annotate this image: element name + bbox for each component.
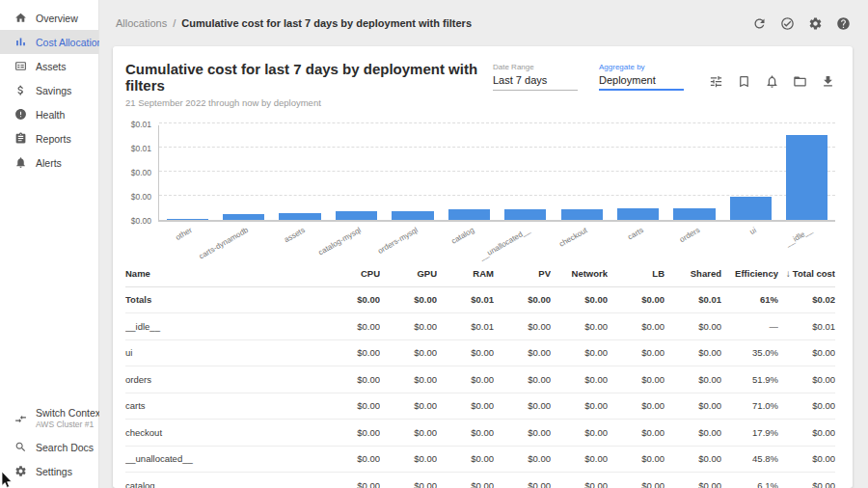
table-row-ui[interactable]: ui$0.00$0.00$0.00$0.00$0.00$0.00$0.0035.…	[125, 340, 835, 367]
sidebar-item-overview[interactable]: Overview	[0, 6, 98, 30]
x-label-slot: ui	[722, 222, 779, 257]
sidebar-item-assets[interactable]: Assets	[0, 54, 98, 78]
help-icon-button[interactable]	[836, 16, 851, 31]
sidebar-item-search-docs[interactable]: Search Docs	[0, 435, 98, 459]
bar-unallocated[interactable]	[504, 209, 546, 220]
x-label-slot: carts	[610, 222, 666, 257]
table-row-checkout[interactable]: checkout$0.00$0.00$0.00$0.00$0.00$0.00$0…	[125, 420, 835, 447]
breadcrumb: Allocations / Cumulative cost for last 7…	[116, 17, 472, 29]
table-row-totals[interactable]: Totals$0.00$0.00$0.01$0.00$0.00$0.00$0.0…	[125, 287, 835, 314]
bar-carts[interactable]	[617, 208, 659, 220]
sidebar-item-health[interactable]: Health	[0, 102, 98, 126]
column-header-lb[interactable]: LB	[608, 268, 665, 279]
refresh-icon-button[interactable]	[752, 16, 767, 31]
cell-network: $0.00	[551, 427, 608, 438]
row-name: catalog	[125, 480, 323, 488]
column-header-label: Efficiency	[735, 268, 778, 279]
check-circle-icon	[780, 16, 795, 31]
bookmark-icon-button[interactable]	[737, 74, 751, 89]
breadcrumb-separator: /	[173, 17, 176, 29]
cell-pv: $0.00	[494, 427, 551, 438]
bar-assets[interactable]	[279, 213, 320, 220]
aggregate-by-select[interactable]: Aggregate by Deployment	[599, 63, 684, 91]
settings-icon-button[interactable]	[808, 16, 823, 31]
column-header-shared[interactable]: Shared	[665, 268, 721, 279]
table-row-catalog[interactable]: catalog$0.00$0.00$0.00$0.00$0.00$0.00$0.…	[125, 473, 835, 488]
cell-ram: $0.00	[437, 347, 494, 358]
bar-orders[interactable]	[673, 208, 715, 220]
date-range-select[interactable]: Date Range Last 7 days	[493, 63, 578, 91]
cell-ram: $0.01	[437, 321, 494, 332]
cell-pv: $0.00	[494, 400, 551, 411]
bar-catalog[interactable]	[448, 209, 490, 220]
bar-idle[interactable]	[786, 135, 827, 220]
cell-cpu: $0.00	[323, 321, 380, 332]
sidebar-item-settings[interactable]: Settings	[0, 459, 98, 483]
cell-ram: $0.00	[437, 374, 494, 385]
bar-other[interactable]	[167, 219, 208, 220]
gridline	[159, 122, 835, 123]
x-tick-label: ui	[748, 226, 758, 236]
row-name: __idle__	[125, 321, 323, 332]
sidebar-item-label: Assets	[36, 61, 67, 72]
cell-total-cost: $0.00	[778, 427, 835, 438]
bar-slot-catalog	[441, 125, 497, 220]
cell-network: $0.00	[551, 453, 608, 464]
cell-shared: $0.00	[665, 321, 721, 332]
cell-network: $0.00	[551, 294, 608, 305]
cell-efficiency: 17.9%	[721, 427, 778, 438]
column-header-gpu[interactable]: GPU	[380, 268, 437, 279]
report-card: Cumulative cost for last 7 days by deplo…	[113, 46, 853, 488]
y-tick-label: $0.00	[131, 216, 151, 226]
bar-slot-orders	[666, 125, 722, 220]
sidebar-item-cost-allocation[interactable]: Cost Allocation	[0, 30, 98, 54]
bell-icon-button[interactable]	[765, 74, 779, 89]
bar-checkout[interactable]	[561, 209, 603, 220]
table-row-unallocated[interactable]: __unallocated__$0.00$0.00$0.00$0.00$0.00…	[125, 447, 835, 474]
column-header-ram[interactable]: RAM	[437, 268, 494, 279]
cell-efficiency: 45.8%	[721, 453, 778, 464]
sidebar-item-switch-context[interactable]: Switch ContextAWS Cluster #1	[0, 402, 98, 435]
column-header-efficiency[interactable]: Efficiency	[721, 268, 778, 279]
cell-cpu: $0.00	[323, 427, 380, 438]
table-row-orders[interactable]: orders$0.00$0.00$0.00$0.00$0.00$0.00$0.0…	[125, 366, 835, 393]
x-label-slot: catalog-mysql	[328, 222, 385, 257]
sidebar-item-savings[interactable]: Savings	[0, 78, 98, 102]
cell-cpu: $0.00	[323, 453, 380, 464]
check-circle-icon-button[interactable]	[780, 16, 795, 31]
bar-ui[interactable]	[730, 197, 772, 220]
table-row-idle[interactable]: __idle__$0.00$0.00$0.01$0.00$0.00$0.00$0…	[125, 313, 835, 340]
bar-slot-checkout	[554, 125, 610, 220]
download-icon-button[interactable]	[821, 74, 835, 89]
cell-ram: $0.00	[437, 480, 494, 488]
column-header-total-cost[interactable]: ↓Total cost	[778, 268, 835, 279]
x-tick-label: orders	[678, 226, 701, 244]
sidebar-item-label: Settings	[36, 466, 72, 477]
cell-lb: $0.00	[608, 294, 665, 305]
sidebar-item-label: Health	[36, 109, 65, 121]
tune-icon-button[interactable]	[709, 74, 723, 89]
sidebar-item-reports[interactable]: Reports	[0, 126, 98, 150]
bar-slot-carts	[610, 125, 665, 220]
breadcrumb-allocations-link[interactable]: Allocations	[116, 17, 167, 29]
bar-catalog-mysql[interactable]	[336, 211, 377, 220]
bar-orders-mysql[interactable]	[392, 211, 433, 220]
aggregate-by-value[interactable]: Deployment	[599, 74, 684, 91]
table-row-carts[interactable]: carts$0.00$0.00$0.00$0.00$0.00$0.00$0.00…	[125, 393, 835, 420]
column-header-name[interactable]: Name	[125, 268, 323, 279]
cell-total-cost: $0.00	[778, 400, 835, 411]
cell-gpu: $0.00	[380, 400, 437, 411]
cell-lb: $0.00	[608, 400, 665, 411]
column-header-pv[interactable]: PV	[494, 268, 551, 279]
sidebar-item-label: Reports	[36, 133, 71, 145]
cell-shared: $0.00	[665, 374, 721, 385]
cell-gpu: $0.00	[380, 321, 437, 332]
date-range-value[interactable]: Last 7 days	[493, 74, 578, 91]
date-range-label: Date Range	[493, 63, 578, 71]
sidebar-item-alerts[interactable]: Alerts	[0, 150, 98, 175]
column-header-cpu[interactable]: CPU	[323, 268, 380, 279]
column-header-network[interactable]: Network	[551, 268, 608, 279]
bar-carts-dynamodb[interactable]	[223, 214, 264, 220]
folder-icon-button[interactable]	[793, 74, 807, 89]
x-label-slot: orders	[666, 222, 723, 257]
